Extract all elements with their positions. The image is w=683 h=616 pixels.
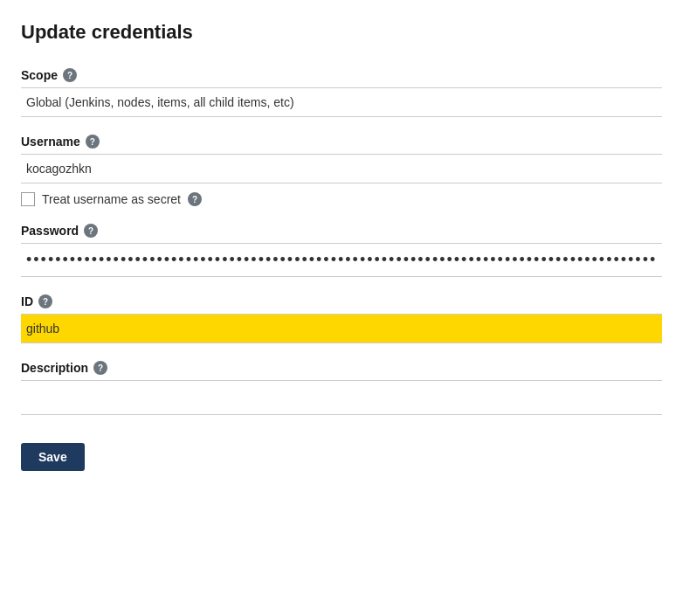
scope-input[interactable]	[21, 87, 662, 117]
description-help-icon[interactable]: ?	[93, 361, 107, 375]
id-input[interactable]	[21, 314, 662, 343]
username-help-icon[interactable]: ?	[86, 135, 100, 149]
description-input[interactable]	[21, 380, 662, 415]
scope-group: Scope ?	[21, 68, 662, 117]
username-group: Username ? Treat username as secret ?	[21, 135, 662, 206]
treat-username-label: Treat username as secret	[42, 192, 181, 206]
page-title: Update credentials	[21, 21, 662, 44]
save-button[interactable]: Save	[21, 443, 85, 471]
treat-username-help-icon[interactable]: ?	[188, 192, 202, 206]
password-help-icon[interactable]: ?	[84, 224, 98, 238]
scope-label: Scope	[21, 68, 58, 82]
description-group: Description ?	[21, 361, 662, 415]
id-label: ID	[21, 294, 33, 308]
id-group: ID ?	[21, 294, 662, 343]
treat-username-checkbox[interactable]	[21, 192, 35, 206]
treat-username-row: Treat username as secret ?	[21, 192, 662, 206]
username-label: Username	[21, 135, 80, 149]
password-input[interactable]	[21, 243, 662, 277]
id-help-icon[interactable]: ?	[38, 294, 52, 308]
scope-help-icon[interactable]: ?	[63, 68, 77, 82]
password-group: Password ?	[21, 224, 662, 277]
description-label: Description	[21, 361, 88, 375]
password-label: Password	[21, 224, 79, 238]
username-input[interactable]	[21, 154, 662, 183]
